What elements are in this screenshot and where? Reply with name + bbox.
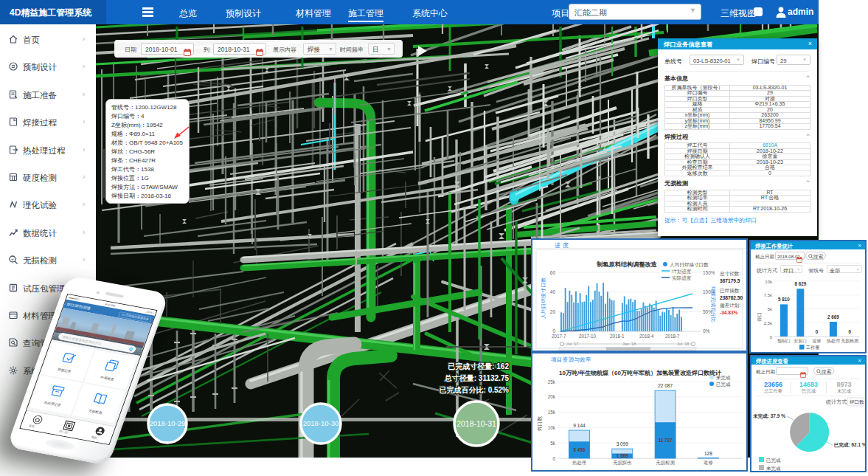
svg-text:5 456: 5 456 xyxy=(574,447,586,452)
svg-text:2018-10-31: 2018-10-31 xyxy=(456,419,496,428)
svg-text:制氢原料结构调整改造: 制氢原料结构调整改造 xyxy=(596,261,657,268)
svg-text:计划进度: 计划进度 xyxy=(672,269,692,275)
svg-text:60: 60 xyxy=(550,270,556,275)
svg-text:预制口: 预制口 xyxy=(777,338,791,344)
svg-text:统计方式: 统计方式 xyxy=(826,399,847,405)
svg-text:0%: 0% xyxy=(703,328,710,334)
svg-text:未完成: 未完成 xyxy=(766,466,781,472)
svg-text:238762.50: 238762.50 xyxy=(720,295,743,300)
svg-text:3 099: 3 099 xyxy=(617,441,629,446)
svg-text:128: 128 xyxy=(704,451,712,456)
svg-text:焊口数: 焊口数 xyxy=(850,399,864,405)
svg-text:2018-1: 2018-1 xyxy=(610,334,625,339)
svg-text:20k: 20k xyxy=(548,394,556,399)
svg-text:总寸径量: 31132.75: 总寸径量: 31132.75 xyxy=(444,374,510,382)
svg-text:25k: 25k xyxy=(548,379,556,384)
svg-text:人均日焊接寸口数: 人均日焊接寸口数 xyxy=(670,262,709,268)
svg-text:10k: 10k xyxy=(548,425,556,430)
svg-text:无损检测: 无损检测 xyxy=(841,338,858,344)
svg-text:Jul '17: Jul '17 xyxy=(566,342,579,346)
svg-text:0: 0 xyxy=(552,456,555,461)
svg-text:已完成: 62.1 %: 已完成: 62.1 % xyxy=(834,442,865,448)
svg-text:热处理: 热处理 xyxy=(572,460,586,466)
svg-text:2018-10-29: 2018-10-29 xyxy=(150,419,186,427)
svg-text:总寸径数:: 总寸径数: xyxy=(719,271,740,276)
svg-text:Jan '18: Jan '18 xyxy=(622,342,636,346)
svg-text:1 569: 1 569 xyxy=(617,453,628,458)
svg-text:焊口: 焊口 xyxy=(757,312,763,322)
svg-text:已完成百分比: 0.52%: 已完成百分比: 0.52% xyxy=(440,386,510,394)
svg-text:10万吨/年生物航煤（60万吨年军航）加氢装置改造焊口数统计: 10万吨/年生物航煤（60万吨年军航）加氢装置改造焊口数统计 xyxy=(559,369,721,376)
svg-text:未完成: 未完成 xyxy=(716,375,731,381)
svg-text:2.5k: 2.5k xyxy=(764,321,773,325)
svg-text:5k: 5k xyxy=(550,441,556,446)
svg-text:已完成: 已完成 xyxy=(716,382,731,387)
svg-text:0: 0 xyxy=(552,328,555,334)
svg-text:150%: 150% xyxy=(703,270,715,275)
svg-text:2 669: 2 669 xyxy=(827,314,839,320)
svg-text:-34.83%: -34.83% xyxy=(720,310,738,315)
svg-text:7.5k: 7.5k xyxy=(764,293,773,297)
svg-text:返修: 返修 xyxy=(813,339,822,343)
svg-text:焊接完成百分比: 焊接完成百分比 xyxy=(710,286,716,322)
svg-text:工作量: 工作量 xyxy=(805,345,820,350)
svg-text:2018-7: 2018-7 xyxy=(665,334,680,339)
svg-text:0: 0 xyxy=(816,329,819,334)
svg-text:已焊接数:: 已焊接数: xyxy=(720,288,740,293)
svg-text:5k: 5k xyxy=(768,307,773,311)
svg-text:22 087: 22 087 xyxy=(658,383,673,388)
svg-text:未完成: 37.9 %: 未完成: 37.9 % xyxy=(752,413,785,419)
svg-text:2018-4: 2018-4 xyxy=(639,334,654,339)
svg-text:已完成寸径量: 162: 已完成寸径量: 162 xyxy=(448,362,509,370)
svg-text:5 810: 5 810 xyxy=(778,297,790,302)
svg-text:实际进度: 实际进度 xyxy=(672,275,692,281)
svg-text:0: 0 xyxy=(770,335,773,339)
svg-text:已完成: 已完成 xyxy=(766,458,781,463)
svg-text:返修: 返修 xyxy=(704,460,713,465)
svg-text:9 144: 9 144 xyxy=(573,423,586,428)
svg-text:安装口: 安装口 xyxy=(794,338,807,344)
svg-text:人均日焊接寸口数: 人均日焊接寸口数 xyxy=(541,277,546,319)
svg-text:无损探伤: 无损探伤 xyxy=(613,460,632,466)
svg-text:2017-10: 2017-10 xyxy=(579,334,597,339)
svg-text:无损检测: 无损检测 xyxy=(656,460,675,466)
svg-text:2017-7: 2017-7 xyxy=(552,334,566,339)
svg-text:2018-10-30: 2018-10-30 xyxy=(303,419,339,427)
svg-text:Jul '18: Jul '18 xyxy=(677,342,690,346)
svg-text:8 629: 8 629 xyxy=(794,281,806,286)
svg-text:焊口数: 焊口数 xyxy=(537,416,543,432)
svg-text:10k: 10k xyxy=(765,280,773,284)
svg-text:20: 20 xyxy=(550,309,556,314)
svg-text:偏差计划:: 偏差计划: xyxy=(720,303,740,308)
svg-text:热处理: 热处理 xyxy=(827,338,840,344)
svg-text:15k: 15k xyxy=(548,410,556,415)
svg-text:0: 0 xyxy=(848,329,851,334)
svg-text:367179.5: 367179.5 xyxy=(720,278,740,283)
svg-text:11 727: 11 727 xyxy=(659,438,673,443)
svg-text:40: 40 xyxy=(550,289,556,294)
